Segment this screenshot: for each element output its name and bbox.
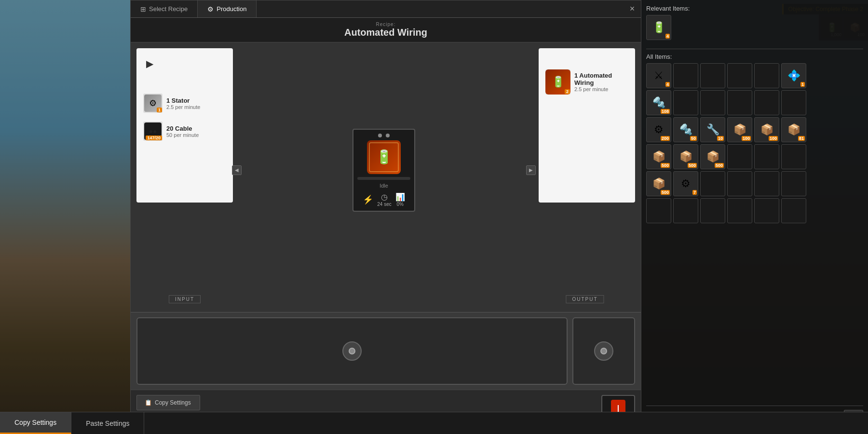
cable-rate: 50 per minute xyxy=(166,132,199,138)
relevant-items-grid: 🔋 4 xyxy=(646,15,863,40)
tab-bar: ⊞ Select Recipe ⚙ Production × xyxy=(131,0,641,18)
stator-badge: 1 xyxy=(157,108,162,112)
all-item-5-0[interactable] xyxy=(646,198,671,223)
power-icon-1 xyxy=(349,348,355,354)
wiring-info: 1 Automated Wiring 2.5 per minute xyxy=(574,72,628,92)
cable-name: 20 Cable xyxy=(166,125,199,132)
arrow-right[interactable]: ▶ xyxy=(526,165,536,175)
all-item-0-3[interactable] xyxy=(727,63,752,88)
io-wrapper: ▶ ⚙ 1 1 Stator 2.5 per minute ●● xyxy=(136,48,635,306)
production-tab-icon: ⚙ xyxy=(207,5,214,13)
all-items-row-2: ⚙ 200 🔩 50 🔧 10 📦 100 📦 100 📦 81 xyxy=(646,117,863,142)
all-item-3-1[interactable]: 📦 500 xyxy=(673,144,698,169)
footer-copy-settings[interactable]: Copy Settings xyxy=(0,412,71,434)
all-items-title: All Items: xyxy=(646,53,863,60)
all-item-2-2[interactable]: 🔧 10 xyxy=(700,117,725,142)
all-item-2-3-icon: 📦 xyxy=(733,123,746,136)
all-item-1-3[interactable] xyxy=(727,90,752,115)
machine-box: 🔋 Idle ⚡ ◷ 24 sec xyxy=(353,129,415,212)
arrow-left[interactable]: ◀ xyxy=(232,165,242,175)
all-item-2-4[interactable]: 📦 100 xyxy=(754,117,779,142)
all-item-2-5-icon: 📦 xyxy=(787,123,800,136)
input-area: ▶ ⚙ 1 1 Stator 2.5 per minute ●● xyxy=(136,48,233,292)
all-item-2-5-badge: 81 xyxy=(798,136,805,141)
all-item-0-0-icon: ⚔ xyxy=(654,69,664,82)
footer-paste-settings[interactable]: Paste Settings xyxy=(71,412,144,434)
all-item-2-0-icon: ⚙ xyxy=(654,123,664,136)
all-item-1-2[interactable] xyxy=(700,90,725,115)
all-item-5-2[interactable] xyxy=(700,198,725,223)
all-item-3-0[interactable]: 📦 500 xyxy=(646,144,671,169)
belt-slot-small xyxy=(572,317,635,385)
all-item-2-1[interactable]: 🔩 50 xyxy=(673,117,698,142)
tab-select-recipe[interactable]: ⊞ Select Recipe xyxy=(131,0,198,17)
all-item-5-3[interactable] xyxy=(727,198,752,223)
all-item-3-2-icon: 📦 xyxy=(706,150,719,163)
all-item-4-0-badge: 500 xyxy=(661,190,670,195)
machine-top-row xyxy=(378,134,390,137)
belt-slot-large xyxy=(136,317,568,385)
machine-timer: 24 sec xyxy=(377,202,391,207)
all-item-0-0[interactable]: ⚔ 4 xyxy=(646,63,671,88)
tab-select-recipe-label: Select Recipe xyxy=(149,5,188,13)
relevant-item-0[interactable]: 🔋 4 xyxy=(646,15,671,40)
all-item-2-5[interactable]: 📦 81 xyxy=(781,117,806,142)
machine-dot-2 xyxy=(386,134,390,137)
all-items-row-3: 📦 500 📦 500 📦 500 xyxy=(646,144,863,169)
relevant-title: Relevant Items: xyxy=(646,5,863,12)
all-item-5-5[interactable] xyxy=(781,198,806,223)
tab-production[interactable]: ⚙ Production xyxy=(198,0,257,17)
all-item-3-4[interactable] xyxy=(754,144,779,169)
all-item-2-4-badge: 100 xyxy=(769,136,778,141)
all-item-5-1[interactable] xyxy=(673,198,698,223)
wiring-badge: 2 xyxy=(565,89,570,94)
all-item-1-4[interactable] xyxy=(754,90,779,115)
all-item-2-3[interactable]: 📦 100 xyxy=(727,117,752,142)
all-item-1-0-icon: 🔩 xyxy=(652,96,665,109)
copy-settings-button[interactable]: 📋 Copy Settings xyxy=(136,395,200,410)
machine-efficiency: 0% xyxy=(395,202,405,207)
all-item-4-0-icon: 📦 xyxy=(652,177,665,190)
input-item-stator: ⚙ 1 1 Stator 2.5 per minute xyxy=(141,92,228,115)
all-item-3-1-icon: 📦 xyxy=(679,150,692,163)
machine-image: 🔋 xyxy=(367,140,401,174)
machine-stat-time: ◷ 24 sec xyxy=(377,192,391,207)
all-item-4-1-icon: ⚙ xyxy=(681,177,691,190)
all-item-4-4[interactable] xyxy=(754,171,779,196)
cable-info: 20 Cable 50 per minute xyxy=(166,125,199,138)
relevant-item-0-badge: 4 xyxy=(665,34,670,39)
all-item-2-0[interactable]: ⚙ 200 xyxy=(646,117,671,142)
belt-slot-inner-1 xyxy=(342,341,362,361)
all-item-2-4-icon: 📦 xyxy=(760,123,773,136)
close-button[interactable]: × xyxy=(624,0,641,17)
right-panel: Relevant Items: 🔋 4 All Items: ⚔ 4 💠 1 xyxy=(641,0,868,434)
all-item-1-0[interactable]: 🔩 108 xyxy=(646,90,671,115)
all-item-3-3[interactable] xyxy=(727,144,752,169)
all-item-3-1-badge: 500 xyxy=(688,163,697,168)
all-items-row-5 xyxy=(646,198,863,223)
wiring-name: 1 Automated Wiring xyxy=(574,72,628,86)
power-icon-2 xyxy=(600,348,607,354)
recipe-name: Automated Wiring xyxy=(135,27,637,38)
all-item-0-2[interactable] xyxy=(700,63,725,88)
all-item-0-1[interactable] xyxy=(673,63,698,88)
all-item-4-1[interactable]: ⚙ 7 xyxy=(673,171,698,196)
all-item-1-5[interactable] xyxy=(781,90,806,115)
all-item-3-5[interactable] xyxy=(781,144,806,169)
all-item-0-5[interactable]: 💠 1 xyxy=(781,63,806,88)
all-item-2-3-badge: 100 xyxy=(742,136,751,141)
input-panel: ▶ ⚙ 1 1 Stator 2.5 per minute ●● xyxy=(136,48,233,203)
all-item-4-2[interactable] xyxy=(700,171,725,196)
output-area: 🔋 2 1 Automated Wiring 2.5 per minute OU… xyxy=(535,48,635,292)
belt-slot-inner-2 xyxy=(594,341,613,361)
footer-copy-label: Copy Settings xyxy=(14,419,56,426)
all-item-0-0-badge: 4 xyxy=(665,82,670,87)
all-item-5-4[interactable] xyxy=(754,198,779,223)
all-item-4-5[interactable] xyxy=(781,171,806,196)
output-panel: 🔋 2 1 Automated Wiring 2.5 per minute xyxy=(539,48,635,203)
all-item-4-0[interactable]: 📦 500 xyxy=(646,171,671,196)
all-item-3-2[interactable]: 📦 500 xyxy=(700,144,725,169)
all-item-0-4[interactable] xyxy=(754,63,779,88)
all-item-4-3[interactable] xyxy=(727,171,752,196)
all-item-1-1[interactable] xyxy=(673,90,698,115)
